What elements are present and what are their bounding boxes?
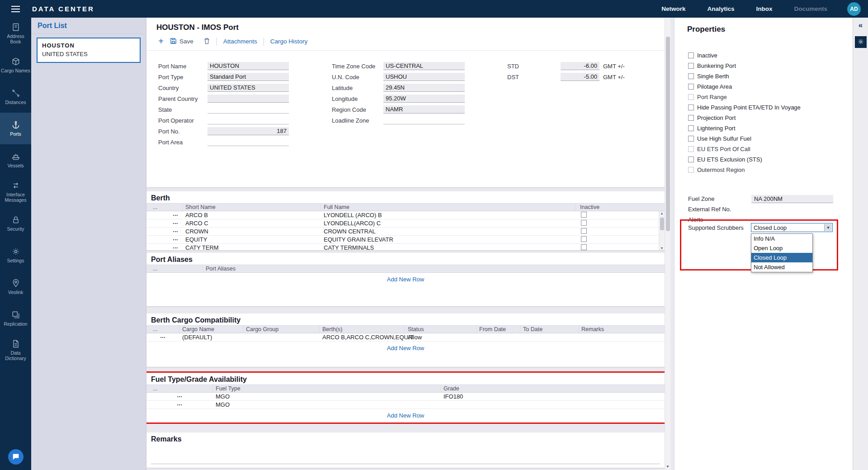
settings-gear-button[interactable]: [855, 36, 867, 48]
remarks-input[interactable]: [151, 447, 660, 464]
sidebar-item-replication[interactable]: Replication: [0, 303, 31, 334]
state-field[interactable]: [208, 105, 289, 114]
checkbox-row-bunkering-port[interactable]: Bunkering Port: [675, 61, 853, 71]
use-high-sulfur-fuel-checkbox[interactable]: [688, 136, 694, 142]
nav-documents[interactable]: Documents: [794, 5, 827, 12]
berth-row[interactable]: ••• ARCO B LYONDELL (ARCO) B: [146, 211, 659, 219]
berth-scrollbar[interactable]: ▲ ▼: [659, 211, 665, 250]
checkbox-row-eu-ets-port-of-call[interactable]: EU ETS Port Of Call: [675, 144, 853, 154]
checkbox-row-inactive[interactable]: Inactive: [675, 50, 853, 61]
un-code-field[interactable]: USHOU: [383, 73, 465, 81]
nav-inbox[interactable]: Inbox: [756, 5, 772, 12]
external-ref-field[interactable]: [751, 205, 833, 214]
port-range-checkbox[interactable]: [688, 94, 694, 100]
checkbox-row-projection-port[interactable]: Projection Port: [675, 113, 853, 123]
port-operator-field[interactable]: [208, 116, 289, 124]
scroll-down-icon[interactable]: ▼: [659, 247, 665, 250]
checkbox-row-lightering-port[interactable]: Lightering Port: [675, 123, 853, 133]
sidebar-item-distances[interactable]: Distances: [0, 81, 31, 113]
nav-analytics[interactable]: Analytics: [707, 5, 734, 12]
row-menu-button[interactable]: •••: [173, 213, 178, 217]
add-new-row-link[interactable]: Add New Row: [146, 276, 665, 283]
checkbox-row-hide-passing-point[interactable]: Hide Passing Point ETA/ETD In Voyage: [675, 102, 853, 113]
port-list-item[interactable]: HOUSTON UNITED STATES: [37, 38, 141, 63]
checkbox-row-outermost-region[interactable]: Outermost Region: [675, 165, 853, 175]
checkbox-row-port-range[interactable]: Port Range: [675, 92, 853, 102]
row-menu-button[interactable]: •••: [173, 229, 178, 233]
inactive-checkbox[interactable]: [688, 52, 694, 58]
dropdown-option[interactable]: Open Loop: [751, 243, 812, 253]
add-new-row-link[interactable]: Add New Row: [146, 345, 665, 351]
scroll-up-icon[interactable]: ▲: [659, 212, 665, 215]
inactive-checkbox[interactable]: [581, 236, 587, 242]
sidebar-item-data-dictionary[interactable]: Data Dictionary: [0, 334, 31, 366]
checkbox-row-pilotage-area[interactable]: Pilotage Area: [675, 81, 853, 92]
sidebar-item-settings[interactable]: Settings: [0, 239, 31, 271]
sidebar-item-cargo-names[interactable]: Cargo Names: [0, 49, 31, 81]
save-button[interactable]: Save: [170, 38, 193, 46]
add-button[interactable]: +: [156, 36, 166, 47]
outermost-region-checkbox[interactable]: [688, 167, 694, 173]
dropdown-option[interactable]: Not Allowed: [751, 262, 812, 272]
attachments-link[interactable]: Attachments: [223, 38, 257, 45]
fuel-row[interactable]: ••• MGO IFO180: [146, 393, 665, 401]
checkbox-row-single-berth[interactable]: Single Berth: [675, 71, 853, 81]
avatar[interactable]: AD: [847, 2, 861, 16]
nav-network[interactable]: Network: [661, 5, 685, 12]
single-berth-checkbox[interactable]: [688, 73, 694, 79]
projection-port-checkbox[interactable]: [688, 115, 694, 121]
berth-cargo-row[interactable]: ••• (DEFAULT) ARCO B,ARCO C,CROWN,EQUIT …: [146, 333, 665, 342]
row-menu-button[interactable]: •••: [177, 403, 182, 407]
row-menu-button[interactable]: •••: [173, 246, 178, 250]
scrollbar-thumb[interactable]: [660, 218, 664, 230]
eu-ets-exclusion-checkbox[interactable]: [688, 157, 694, 162]
berth-row[interactable]: ••• CATY TERM CATY TERMINALS: [146, 244, 659, 250]
sidebar-item-security[interactable]: Security: [0, 208, 31, 239]
region-code-field[interactable]: NAMR: [383, 105, 465, 114]
inactive-checkbox[interactable]: [581, 244, 587, 250]
chat-button[interactable]: [8, 449, 24, 465]
fuel-zone-field[interactable]: NA 200NM: [751, 195, 833, 203]
berth-row[interactable]: ••• ARCO C LYONDELL(ARCO) C: [146, 219, 659, 228]
row-menu-button[interactable]: •••: [173, 221, 178, 225]
row-menu-button[interactable]: •••: [173, 237, 178, 242]
dropdown-option[interactable]: Info N/A: [751, 234, 812, 243]
cargo-history-link[interactable]: Cargo History: [270, 38, 308, 45]
port-type-field[interactable]: Standard Port: [208, 73, 289, 81]
dst-field[interactable]: -5.00: [561, 73, 599, 81]
menu-icon[interactable]: [0, 6, 31, 12]
sidebar-item-interface-messages[interactable]: Interface Messages: [0, 176, 31, 208]
row-menu-button[interactable]: •••: [160, 335, 165, 339]
latitude-field[interactable]: 29.45N: [383, 84, 465, 92]
scroll-down-icon[interactable]: ▼: [665, 465, 670, 469]
collapse-panel-button[interactable]: «: [859, 21, 863, 29]
inactive-checkbox[interactable]: [581, 220, 587, 226]
berth-row[interactable]: ••• EQUITY EQUITY GRAIN ELEVATR: [146, 236, 659, 244]
scrollbar-thumb[interactable]: [666, 37, 670, 231]
eu-ets-port-of-call-checkbox[interactable]: [688, 146, 694, 152]
dropdown-option-selected[interactable]: Closed Loop: [751, 253, 812, 262]
checkbox-row-use-high-sulfur-fuel[interactable]: Use High Sulfur Fuel: [675, 133, 853, 144]
pilotage-area-checkbox[interactable]: [688, 84, 694, 90]
delete-button[interactable]: [203, 38, 210, 46]
row-menu-button[interactable]: •••: [177, 394, 182, 399]
bunkering-port-checkbox[interactable]: [688, 63, 694, 69]
add-new-row-link[interactable]: Add New Row: [146, 412, 665, 419]
port-area-field[interactable]: [208, 138, 289, 146]
inactive-checkbox[interactable]: [581, 212, 587, 218]
port-name-field[interactable]: HOUSTON: [208, 62, 289, 70]
lightering-port-checkbox[interactable]: [688, 125, 694, 131]
sidebar-item-veslink[interactable]: Veslink: [0, 271, 31, 303]
sidebar-item-ports[interactable]: Ports: [0, 113, 31, 144]
country-field[interactable]: UNITED STATES: [208, 84, 289, 92]
main-scrollbar[interactable]: ▼: [665, 18, 670, 470]
port-no-field[interactable]: 187: [208, 127, 289, 135]
parent-country-field[interactable]: [208, 95, 289, 103]
timezone-field[interactable]: US-CENTRAL: [383, 62, 465, 70]
inactive-checkbox[interactable]: [581, 228, 587, 234]
supported-scrubbers-select[interactable]: Closed Loop ▼: [751, 223, 833, 232]
sidebar-item-vessels[interactable]: Vessels: [0, 144, 31, 176]
hide-passing-point-checkbox[interactable]: [688, 104, 694, 110]
longitude-field[interactable]: 95.20W: [383, 95, 465, 103]
sidebar-item-address-book[interactable]: Address Book: [0, 18, 31, 49]
